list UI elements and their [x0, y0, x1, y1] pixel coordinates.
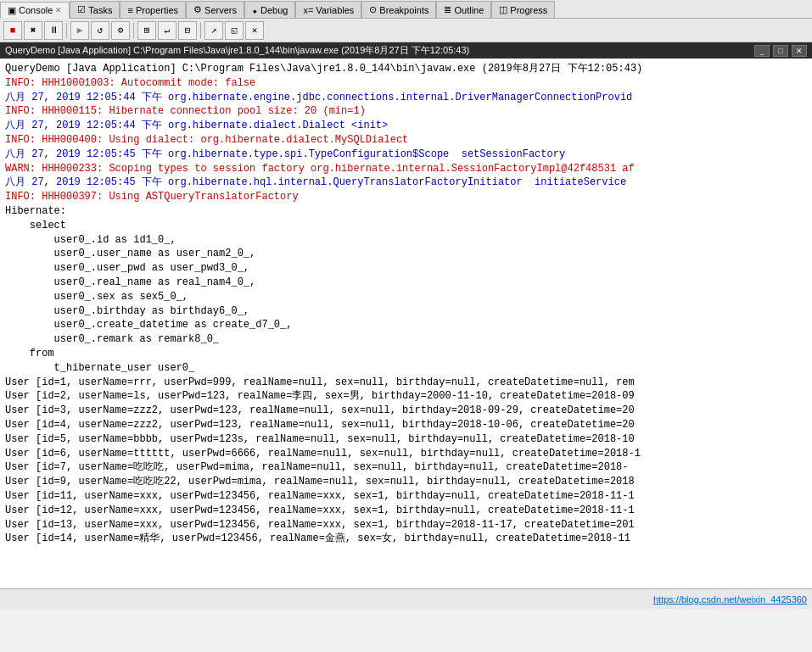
- console-line: user0_.sex as sex5_0_,: [5, 290, 807, 304]
- tab-console[interactable]: ▣ Console ✕: [0, 2, 70, 19]
- tab-progress-label: Progress: [510, 5, 547, 15]
- minimize-button[interactable]: _: [754, 45, 770, 57]
- word-wrap-button[interactable]: ↵: [158, 21, 176, 40]
- console-line: INFO: HHH000400: Using dialect: org.hibe…: [5, 133, 807, 148]
- console-line: user0_.create_datetime as create_d7_0_,: [5, 318, 807, 332]
- tab-debug-label: Debug: [260, 5, 288, 15]
- console-line: 八月 27, 2019 12:05:45 下午 org.hibernate.ty…: [5, 148, 807, 162]
- console-line: user0_.user_pwd as user_pwd3_0_,: [5, 261, 807, 276]
- console-line: User [id=13, userName=xxx, userPwd=12345…: [5, 518, 807, 532]
- tab-outline[interactable]: ≣ Outline: [436, 1, 491, 18]
- tab-progress[interactable]: ◫ Progress: [491, 1, 555, 18]
- tab-variables[interactable]: x= Variables: [295, 1, 361, 18]
- console-line: INFO: HHH000397: Using ASTQueryTranslato…: [5, 190, 807, 204]
- toolbar: ■ ✖ ⏸ ▶ ↺ ⚙ ⊞ ↵ ⊟ ↗ ◱ ✕: [0, 19, 812, 42]
- console-line: t_hibernate_user user0_: [5, 361, 807, 376]
- maximize-app-button[interactable]: □: [773, 45, 788, 57]
- app-title: QueryDemo [Java Application] C:\Program …: [5, 44, 469, 57]
- app-title-bar: QueryDemo [Java Application] C:\Program …: [0, 42, 812, 59]
- console-line: WARN: HHH000233: Scoping types to sessio…: [5, 162, 807, 176]
- toolbar-separator-1: [66, 23, 67, 38]
- console-line: User [id=3, userName=zzz2, userPwd=123, …: [5, 404, 807, 418]
- console-line: user0_.remark as remark8_0_: [5, 332, 807, 347]
- console-line: Hibernate:: [5, 204, 807, 219]
- console-line: INFO: HHH10001003: Autocommit mode: fals…: [5, 76, 807, 91]
- console-line: User [id=12, userName=xxx, userPwd=12345…: [5, 504, 807, 518]
- app-title-controls: _ □ ✕: [754, 45, 807, 57]
- tasks-icon: ☑: [77, 4, 86, 15]
- tab-console-close[interactable]: ✕: [55, 6, 62, 14]
- terminate-button[interactable]: ✖: [24, 21, 42, 40]
- tab-outline-label: Outline: [454, 5, 484, 15]
- breakpoints-icon: ⊙: [369, 4, 377, 15]
- toolbar-separator-2: [133, 23, 134, 38]
- close-view-button[interactable]: ✕: [245, 21, 264, 40]
- console-line: 八月 27, 2019 12:05:44 下午 org.hibernate.di…: [5, 119, 807, 133]
- console-line: from: [5, 347, 807, 361]
- console-line: User [id=1, userName=rrr, userPwd=999, r…: [5, 376, 807, 390]
- console-line: User [id=2, userName=ls, userPwd=123, re…: [5, 389, 807, 404]
- status-bar: https://blog.csdn.net/weixin_4425360: [0, 588, 812, 609]
- outline-icon: ≣: [444, 4, 451, 15]
- console-line: user0_.real_name as real_nam4_0_,: [5, 276, 807, 290]
- tab-breakpoints-label: Breakpoints: [379, 5, 428, 15]
- pause-button[interactable]: ⏸: [44, 21, 63, 40]
- tab-tasks-label: Tasks: [88, 5, 112, 15]
- variables-icon: x=: [303, 5, 313, 15]
- console-icon: ▣: [8, 5, 16, 16]
- console-line: User [id=7, userName=吃吃吃, userPwd=mima, …: [5, 460, 807, 475]
- settings-button[interactable]: ⚙: [111, 21, 130, 40]
- console-line: select: [5, 219, 807, 233]
- servers-icon: ⚙: [193, 4, 202, 15]
- console-line: user0_.user_name as user_nam2_0_,: [5, 247, 807, 261]
- console-line: INFO: HHH000115: Hibernate connection po…: [5, 104, 807, 119]
- properties-icon: ≡: [127, 5, 132, 15]
- tab-servers-label: Servers: [204, 5, 237, 15]
- tab-breakpoints[interactable]: ⊙ Breakpoints: [361, 1, 436, 18]
- console-line: user0_.birthday as birthday6_0_,: [5, 304, 807, 319]
- console-line: User [id=6, userName=tttttt, userPwd=666…: [5, 447, 807, 461]
- restore-button[interactable]: ◱: [225, 21, 244, 40]
- console-line: user0_.id as id1_0_,: [5, 233, 807, 248]
- tab-properties-label: Properties: [136, 5, 178, 15]
- tab-console-label: Console: [19, 5, 53, 15]
- status-link[interactable]: https://blog.csdn.net/weixin_4425360: [653, 594, 807, 605]
- console-line: User [id=5, userName=bbbb, userPwd=123s,…: [5, 432, 807, 447]
- tab-debug[interactable]: ⬥ Debug: [244, 1, 295, 18]
- close-app-button[interactable]: ✕: [792, 45, 807, 57]
- progress-icon: ◫: [499, 4, 507, 15]
- console-output: QueryDemo [Java Application] C:\Program …: [0, 59, 812, 588]
- tab-variables-label: Variables: [316, 5, 354, 15]
- console-line: User [id=11, userName=xxx, userPwd=12345…: [5, 489, 807, 504]
- console-line: User [id=4, userName=zzz2, userPwd=123, …: [5, 418, 807, 432]
- tab-properties[interactable]: ≡ Properties: [120, 1, 186, 18]
- console-line: 八月 27, 2019 12:05:45 下午 org.hibernate.hq…: [5, 176, 807, 190]
- clear-button[interactable]: ⊟: [178, 21, 197, 40]
- console-line: User [id=14, userName=精华, userPwd=123456…: [5, 532, 807, 546]
- toolbar-separator-3: [200, 23, 201, 38]
- run-button[interactable]: ▶: [70, 21, 89, 40]
- debug-icon: ⬥: [252, 5, 258, 15]
- restart-button[interactable]: ↺: [91, 21, 109, 40]
- tab-servers[interactable]: ⚙ Servers: [186, 1, 244, 18]
- console-line: 八月 27, 2019 12:05:44 下午 org.hibernate.en…: [5, 91, 807, 105]
- tab-bar: ▣ Console ✕ ☑ Tasks ≡ Properties ⚙ Serve…: [0, 0, 812, 19]
- maximize-button[interactable]: ↗: [204, 21, 223, 40]
- console-line: User [id=9, userName=吃吃吃22, userPwd=mima…: [5, 475, 807, 489]
- stop-button[interactable]: ■: [3, 21, 22, 40]
- scroll-lock-button[interactable]: ⊞: [137, 21, 156, 40]
- console-line: QueryDemo [Java Application] C:\Program …: [5, 62, 807, 76]
- tab-tasks[interactable]: ☑ Tasks: [70, 1, 120, 18]
